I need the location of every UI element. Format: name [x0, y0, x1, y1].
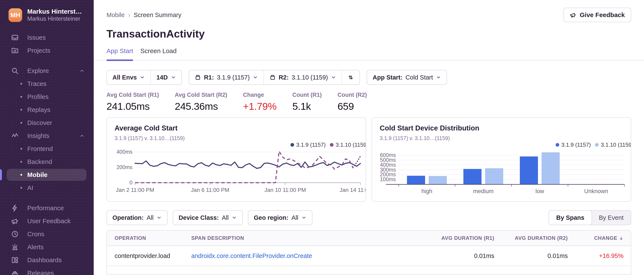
- app-start-type-group: App Start: Cold Start: [367, 70, 447, 85]
- col-span-description[interactable]: SPAN DESCRIPTION: [184, 235, 431, 241]
- cell-avg-r1: 0.01ms: [431, 252, 502, 259]
- svg-text:high: high: [422, 188, 432, 194]
- svg-text:0: 0: [130, 179, 132, 185]
- breadcrumb-mobile[interactable]: Mobile: [106, 12, 124, 19]
- sidebar-item-label: Alerts: [27, 243, 44, 251]
- col-avg-duration-r2[interactable]: AVG DURATION (R2): [502, 235, 575, 241]
- release-r1-select[interactable]: R1: 3.1.9 (1157): [189, 70, 264, 84]
- chevron-down-icon: [140, 75, 145, 80]
- chevron-up-icon: [79, 68, 85, 74]
- svg-text:Unknown: Unknown: [584, 188, 608, 194]
- line-chart[interactable]: 0200ms400msJan 2 11:00 PMJan 6 11:00 PMJ…: [111, 148, 366, 202]
- sidebar-item-projects[interactable]: Projects: [0, 44, 94, 57]
- app-start-type-select[interactable]: App Start: Cold Start: [367, 70, 446, 84]
- sidebar-item-ai[interactable]: AI: [0, 181, 94, 194]
- siren-icon: [11, 243, 19, 251]
- legend-item-r1[interactable]: 3.1.9 (1157): [556, 142, 591, 148]
- active-tab-underline: [106, 60, 133, 61]
- lightning-icon: [11, 204, 19, 212]
- sidebar-item-label: Replays: [27, 106, 50, 113]
- filter-bar: All Envs 14D R1: 3.1.9 (1157) R2:: [106, 70, 631, 85]
- sidebar-item-traces[interactable]: Traces: [0, 77, 94, 90]
- release-icon: [195, 74, 201, 81]
- legend-item-r1[interactable]: 3.1.9 (1157): [290, 142, 326, 148]
- sidebar-item-performance[interactable]: Performance: [0, 202, 94, 215]
- megaphone-icon: [570, 12, 576, 18]
- sidebar-item-profiles[interactable]: Profiles: [0, 90, 94, 103]
- tab-app-start[interactable]: App Start: [106, 47, 133, 60]
- chart-subtitle: 3.1.9 (1157) v. 3.1.10…(1159): [114, 135, 366, 141]
- sidebar-item-mobile[interactable]: Mobile: [0, 168, 94, 181]
- tab-screen-load[interactable]: Screen Load: [140, 47, 176, 60]
- avg-cold-start-chart-card: Average Cold Start 3.1.9 (1157) v. 3.1.1…: [106, 117, 366, 202]
- sidebar-item-backend[interactable]: Backend: [0, 155, 94, 168]
- operation-filter[interactable]: Operation:All: [107, 211, 167, 225]
- avatar: MH: [8, 8, 22, 22]
- bullet-icon: [20, 83, 22, 85]
- chevron-up-icon: [79, 133, 85, 139]
- sidebar-item-alerts[interactable]: Alerts: [0, 241, 94, 254]
- sidebar-item-discover[interactable]: Discover: [0, 116, 94, 129]
- search-icon: [11, 67, 19, 75]
- sidebar-item-label: Discover: [27, 119, 52, 126]
- chart-legend: 3.1.9 (1157) 3.1.10 (1159): [290, 142, 366, 148]
- cell-change: +16.95%: [575, 252, 631, 259]
- org-switcher[interactable]: MH Markus Hinterst… Markus Hintersteiner: [0, 0, 94, 23]
- col-avg-duration-r1[interactable]: AVG DURATION (R1): [431, 235, 502, 241]
- sidebar-item-explore[interactable]: Explore: [0, 64, 94, 77]
- chart-title: Cold Start Device Distribution: [380, 124, 631, 132]
- cell-avg-r2: 0.01ms: [502, 252, 575, 259]
- spans-table: OPERATION SPAN DESCRIPTION AVG DURATION …: [106, 230, 631, 274]
- sidebar-item-issues[interactable]: Issues: [0, 31, 94, 44]
- chevron-down-icon: [171, 75, 176, 80]
- svg-text:Jan 6 11:00 PM: Jan 6 11:00 PM: [191, 187, 229, 193]
- sidebar-item-insights[interactable]: Insights: [0, 129, 94, 142]
- sidebar-item-dashboards[interactable]: Dashboards: [0, 254, 94, 267]
- release-compare-group: R1: 3.1.9 (1157) R2: 3.1.10 (1159): [189, 70, 360, 85]
- swap-releases-button[interactable]: [342, 70, 360, 84]
- cell-operation: contentprovider.load: [107, 252, 184, 259]
- bullet-icon: [20, 122, 22, 124]
- table-row: contentprovider.load androidx.core.conte…: [107, 246, 631, 266]
- by-event-toggle[interactable]: By Event: [592, 211, 631, 225]
- env-date-group: All Envs 14D: [106, 70, 182, 85]
- main-content: Mobile › Screen Summary Give Feedback Tr…: [94, 0, 644, 275]
- sidebar-item-label: User Feedback: [27, 217, 70, 225]
- sidebar-item-label: Backend: [27, 158, 52, 165]
- release-r2-select[interactable]: R2: 3.1.10 (1159): [264, 70, 342, 84]
- date-range-select[interactable]: 14D: [150, 70, 181, 84]
- swap-arrows-icon: [348, 74, 354, 81]
- sidebar-item-label: Projects: [27, 47, 50, 54]
- org-subtitle: Markus Hintersteiner: [27, 15, 82, 23]
- sidebar-item-replays[interactable]: Replays: [0, 103, 94, 116]
- legend-dot: [595, 143, 599, 147]
- sidebar-item-releases[interactable]: Releases: [0, 267, 94, 275]
- bullet-icon: [20, 109, 22, 111]
- span-description-link[interactable]: androidx.core.content.FileProvider.onCre…: [191, 252, 312, 259]
- col-operation[interactable]: OPERATION: [107, 235, 184, 241]
- svg-text:medium: medium: [473, 188, 494, 194]
- legend-item-r2[interactable]: 3.1.10 (1159): [595, 142, 631, 148]
- sidebar-item-label: Dashboards: [27, 256, 62, 264]
- environment-select[interactable]: All Envs: [107, 70, 150, 84]
- device-class-filter[interactable]: Device Class:All: [173, 211, 242, 225]
- span-filter-bar: Operation:All Device Class:All Geo regio…: [106, 210, 312, 225]
- sidebar-item-crons[interactable]: Crons: [0, 228, 94, 241]
- sidebar-item-user-feedback[interactable]: User Feedback: [0, 215, 94, 228]
- give-feedback-label: Give Feedback: [580, 11, 625, 19]
- bar-chart[interactable]: 100ms200ms300ms400ms500ms600mshighmedium…: [372, 148, 631, 202]
- geo-region-filter[interactable]: Geo region:All: [248, 211, 312, 225]
- give-feedback-button[interactable]: Give Feedback: [564, 8, 631, 22]
- legend-item-r2[interactable]: 3.1.10 (1159): [330, 142, 366, 148]
- app-window: MH Markus Hinterst… Markus Hintersteiner…: [0, 0, 644, 275]
- active-item-indicator: [0, 169, 2, 180]
- sidebar-item-label: Releases: [27, 269, 54, 275]
- legend-dot: [290, 143, 294, 147]
- by-spans-toggle[interactable]: By Spans: [548, 210, 592, 225]
- sidebar-item-frontend[interactable]: Frontend: [0, 142, 94, 155]
- col-change[interactable]: CHANGE: [575, 235, 631, 241]
- chevron-down-icon: [253, 75, 258, 80]
- bullet-icon: [20, 187, 22, 189]
- folder-icon: [11, 47, 19, 54]
- sidebar-item-label: Performance: [27, 204, 64, 212]
